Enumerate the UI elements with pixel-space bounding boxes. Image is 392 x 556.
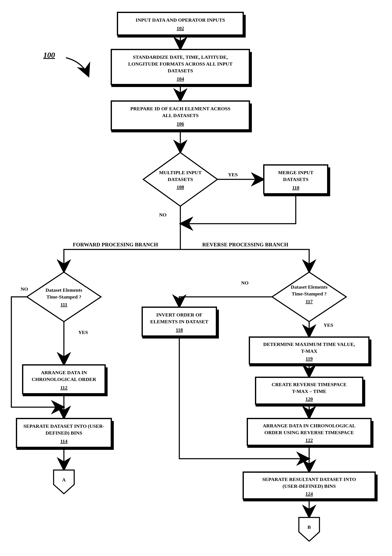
node-108: MULTIPLE INPUT DATASETS 108	[143, 153, 217, 206]
svg-rect-28	[255, 404, 363, 407]
svg-rect-8	[249, 103, 252, 132]
svg-rect-22	[142, 336, 216, 339]
node-118-line0: INVERT ORDER OF	[156, 312, 202, 317]
label-forward: FORWARD PROCESING BRANCH	[73, 242, 158, 247]
edge-110-merge	[180, 196, 296, 224]
svg-rect-0	[117, 12, 243, 35]
node-118-ref: 118	[176, 327, 183, 332]
connector-b-label: B	[307, 525, 311, 530]
node-122-ref: 122	[305, 437, 313, 443]
svg-rect-4	[111, 85, 249, 87]
svg-rect-19	[111, 421, 114, 450]
node-102: INPUT DATA AND OPERATOR INPUTS 102	[117, 12, 246, 38]
node-120-line0: CREATE REVERSE TIMESPACE	[272, 382, 347, 387]
node-108-ref: 108	[177, 184, 184, 190]
svg-rect-26	[369, 340, 371, 366]
label-117-no: NO	[241, 280, 249, 286]
svg-rect-7	[111, 130, 249, 132]
node-124: SEPARATE RESULTANT DATASET INTO (USER-DE…	[243, 472, 377, 501]
node-124-line0: SEPARATE RESULTANT DATASET INTO	[262, 477, 356, 482]
svg-rect-29	[363, 380, 365, 407]
node-111-line1: Time-Stamped ?	[46, 294, 81, 300]
node-102-ref: 102	[177, 26, 184, 31]
node-120: CREATE REVERSE TIMESPACE T-MAX – TIME 12…	[255, 377, 365, 407]
svg-rect-34	[243, 499, 375, 501]
svg-rect-35	[375, 475, 377, 501]
svg-marker-20	[272, 272, 346, 322]
node-110-line0: MERGE INPUT	[278, 170, 313, 175]
connector-a-label: A	[62, 477, 66, 482]
node-117-ref: 117	[306, 299, 313, 304]
edge-split-reverse	[180, 249, 309, 272]
svg-rect-23	[216, 310, 219, 339]
svg-rect-2	[243, 15, 246, 38]
flowchart-diagram: 100 INPUT DATA AND OPERATOR INPUTS 102 S…	[0, 0, 392, 556]
figure-ref: 100	[43, 51, 55, 59]
edge-117-118	[179, 297, 272, 307]
node-124-ref: 124	[305, 491, 313, 496]
node-108-line0: MULTIPLE INPUT	[159, 170, 201, 175]
node-114-ref: 114	[60, 439, 68, 444]
node-112-line0: ARRANGE DATA IN	[41, 370, 87, 375]
svg-rect-5	[249, 52, 252, 87]
node-119: DETERMINE MAXIMUM TIME VALUE, T-MAX 119	[249, 337, 371, 366]
node-122: ARRANGE DATA IN CHRONOLOGICAL ORDER USIN…	[247, 418, 373, 448]
node-118-line1: ELEMENTS IN DATASET	[150, 319, 208, 324]
label-reverse: REVERSE PROCESSING BRANCH	[202, 242, 288, 247]
svg-rect-15	[23, 394, 105, 396]
node-117-line0: Dataset Elements	[291, 284, 328, 290]
label-111-yes: YES	[78, 330, 88, 335]
node-112: ARRANGE DATA IN CHRONOLOGICAL ORDER 112	[23, 365, 108, 396]
svg-rect-31	[247, 445, 371, 448]
label-108-yes: YES	[228, 172, 238, 177]
node-110: MERGE INPUT DATASETS 110	[264, 165, 330, 196]
node-119-ref: 119	[306, 356, 313, 361]
node-102-line0: INPUT DATA AND OPERATOR INPUTS	[136, 17, 225, 23]
node-120-line1: T-MAX – TIME	[292, 389, 326, 394]
node-110-line1: DATASETS	[283, 177, 308, 182]
node-111-line0: Dataset Elements	[46, 287, 82, 293]
edge-split-forward	[64, 249, 180, 272]
node-104: STANDARDIZE DATE, TIME, LATITUDE, LONGIT…	[111, 49, 252, 87]
node-122-line1: ORDER USING REVERSE TIMESPACE	[264, 430, 354, 435]
node-110-ref: 110	[292, 185, 300, 190]
node-104-ref: 104	[177, 76, 184, 81]
label-111-no: NO	[21, 286, 28, 292]
svg-rect-25	[249, 364, 369, 366]
node-122-line0: ARRANGE DATA IN CHRONOLOGICAL	[263, 423, 355, 428]
figure-ref-arrow	[66, 58, 89, 76]
node-119-line0: DETERMINE MAXIMUM TIME VALUE,	[263, 342, 355, 347]
node-106-line0: PREPARE ID OF EACH ELEMENT ACROSS	[130, 106, 231, 111]
node-106-ref: 106	[177, 121, 184, 126]
node-114-line0: SEPARATE DATASET INTO (USER-	[23, 424, 105, 429]
node-106: PREPARE ID OF EACH ELEMENT ACROSS ALL DA…	[111, 101, 252, 132]
svg-rect-12	[328, 167, 330, 196]
node-118: INVERT ORDER OF ELEMENTS IN DATASET 118	[142, 307, 219, 339]
svg-rect-32	[371, 421, 373, 448]
svg-rect-11	[264, 194, 328, 196]
node-119-line1: T-MAX	[301, 348, 317, 354]
node-111-ref: 111	[60, 302, 67, 307]
node-114-line1: DEFINED) BINS	[46, 430, 82, 436]
node-112-line1: CHRONOLOGICAL ORDER	[32, 377, 96, 382]
label-108-no: NO	[159, 212, 167, 217]
node-114: SEPARATE DATASET INTO (USER- DEFINED) BI…	[16, 418, 114, 450]
node-117-line1: Time-Stamped ?	[292, 291, 327, 296]
node-104-line0: STANDARDIZE DATE, TIME, LATITUDE,	[133, 54, 228, 60]
connector-a: A	[54, 470, 74, 494]
node-108-line1: DATASETS	[168, 177, 193, 182]
svg-rect-16	[105, 367, 108, 396]
node-104-line2: DATASETS	[168, 68, 193, 73]
connector-b: B	[299, 517, 319, 541]
node-106-line1: ALL DATASETS	[162, 113, 199, 118]
node-117: Dataset Elements Time-Stamped ? 117	[272, 272, 346, 322]
node-120-ref: 120	[305, 396, 313, 402]
node-111: Dataset Elements Time-Stamped ? 111	[27, 272, 101, 322]
label-117-yes: YES	[323, 322, 333, 328]
node-124-line1: (USER-DEFINED) BINS	[283, 483, 336, 489]
node-112-ref: 112	[60, 385, 68, 390]
node-104-line1: LONGITUDE FORMATS ACROSS ALL INPUT	[128, 61, 232, 67]
svg-rect-18	[16, 447, 111, 450]
svg-rect-1	[117, 35, 243, 38]
